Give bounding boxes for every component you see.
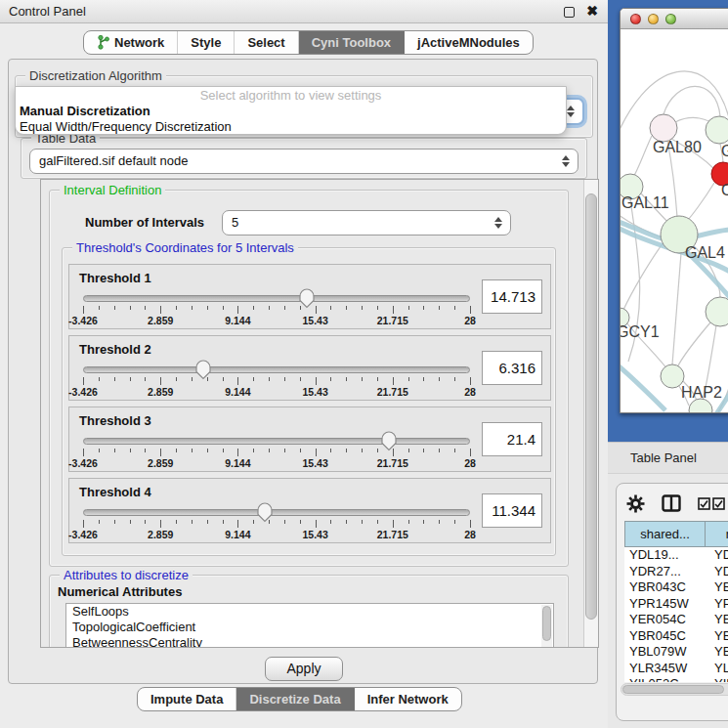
column-header-name[interactable]: na [705, 521, 728, 547]
cell-name: YBR0 [705, 579, 728, 596]
slider-tick-labels: -3.4262.8599.14415.4321.71528 [83, 386, 470, 398]
table-row[interactable]: YDL19...YDL1 [624, 547, 728, 564]
cell-shared-name: YDR27... [624, 564, 705, 580]
slider-ticks [83, 449, 470, 456]
threshold-row-2: Threshold 2-3.4262.8599.14415.4321.71528… [68, 335, 551, 401]
number-of-intervals-label: Number of Intervals [85, 215, 204, 230]
network-node[interactable] [706, 116, 728, 144]
numerical-attributes-label: Numerical Attributes [58, 584, 182, 599]
threshold-slider[interactable]: -3.4262.8599.14415.4321.71528 [83, 433, 470, 470]
table-horizontal-scrollbar[interactable] [621, 683, 728, 696]
tick-label: 2.859 [148, 386, 173, 398]
threshold-value-field[interactable]: 21.4 [482, 422, 542, 456]
settings-vertical-scrollbar[interactable] [583, 180, 598, 647]
network-icon [97, 35, 109, 50]
select-columns-icons[interactable] [698, 497, 725, 510]
tick-label: -3.426 [68, 457, 98, 469]
attribute-items: SelfLoopsTopologicalCoefficientBetweenne… [66, 604, 553, 648]
number-of-intervals-combobox[interactable]: 5 [222, 210, 511, 236]
gear-icon[interactable] [626, 494, 645, 513]
table-data-group: Table Data galFiltered.sif default node [21, 138, 587, 179]
table-row[interactable]: YPR145WYPR1 [624, 596, 728, 613]
combo-arrows-icon [567, 106, 575, 117]
control-panel: Control Panel ✖ NetworkStyleSelectCyni T… [0, 0, 608, 728]
cell-shared-name: YBR045C [624, 628, 705, 645]
table-data-value: galFiltered.sif default node [39, 153, 188, 168]
threshold-value-field[interactable]: 14.713 [482, 279, 542, 314]
network-view-window[interactable]: GAL80GACGAL11GAL4HGCY1HAP2 [620, 8, 728, 413]
apply-button[interactable]: Apply [265, 657, 343, 681]
table-row[interactable]: YLR345WYLR3 [624, 661, 728, 677]
settings-scrollbar-thumb[interactable] [585, 193, 597, 620]
tab-network[interactable]: Network [84, 31, 178, 54]
table-row[interactable]: YER054CYER0 [624, 612, 728, 628]
network-node-label: GA [721, 143, 728, 159]
split-columns-icon[interactable] [662, 494, 681, 512]
tab-jactivemnodules[interactable]: jActiveMNodules [405, 31, 533, 54]
tab-style[interactable]: Style [178, 31, 235, 54]
threshold-value-field[interactable]: 11.344 [482, 493, 542, 528]
dropdown-option-equal-width[interactable]: Equal Width/Frequency Discretization [16, 119, 566, 135]
attribute-item[interactable]: SelfLoops [66, 604, 553, 620]
application-root: Control Panel ✖ NetworkStyleSelectCyni T… [0, 0, 728, 728]
attribute-item[interactable]: BetweennessCentrality [66, 635, 553, 648]
cell-name: YBR0 [705, 628, 728, 645]
float-window-icon[interactable] [564, 7, 575, 18]
attributes-scrollbar[interactable] [541, 605, 552, 648]
threshold-row-3: Threshold 3-3.4262.8599.14415.4321.71528… [68, 407, 551, 472]
threshold-slider[interactable]: -3.4262.8599.14415.4321.71528 [83, 290, 470, 327]
interval-definition-title: Interval Definition [60, 183, 165, 197]
slider-track[interactable] [83, 295, 470, 302]
slider-track[interactable] [83, 509, 470, 516]
threshold-label: Threshold 4 [79, 485, 151, 499]
threshold-value-field[interactable]: 6.316 [482, 351, 542, 385]
table-row[interactable]: YBR045CYBR0 [624, 628, 728, 645]
tick-label: 21.715 [377, 315, 408, 326]
network-node[interactable] [689, 399, 712, 413]
threshold-coordinates-title: Threshold's Coordinates for 5 Intervals [72, 240, 298, 255]
slider-track[interactable] [83, 366, 470, 373]
attributes-scrollbar-thumb[interactable] [542, 606, 551, 641]
slider-track[interactable] [83, 438, 470, 445]
table-toolbar [626, 492, 728, 515]
dropdown-option-manual-discretization[interactable]: Manual Discretization [16, 104, 566, 119]
network-window-titlebar [621, 9, 728, 29]
minimize-traffic-light-icon[interactable] [648, 14, 659, 24]
tick-label: 15.43 [302, 529, 327, 540]
tab-infer-network[interactable]: Infer Network [355, 688, 461, 710]
threshold-slider[interactable]: -3.4262.8599.14415.4321.71528 [83, 362, 470, 399]
close-traffic-light-icon[interactable] [630, 14, 641, 24]
zoom-traffic-light-icon[interactable] [665, 14, 676, 24]
cyni-toolbox-content: Discretization Algorithm Select algorith… [8, 59, 598, 684]
table-row[interactable]: YBR043CYBR0 [624, 579, 728, 596]
column-header-shared-name[interactable]: shared... [624, 521, 705, 547]
threshold-slider[interactable]: -3.4262.8599.14415.4321.71528 [83, 504, 470, 541]
table-hscrollbar-thumb[interactable] [622, 685, 724, 694]
table-row[interactable]: YDR27...YDR2 [624, 564, 728, 580]
network-node[interactable] [706, 297, 728, 326]
tab-cyni-toolbox[interactable]: Cyni Toolbox [299, 31, 405, 54]
network-graph-canvas[interactable]: GAL80GACGAL11GAL4HGCY1HAP2 [621, 29, 728, 413]
settings-scroll-panel: Interval Definition Number of Intervals … [40, 179, 599, 648]
checkbox-icon [712, 497, 725, 510]
table-row[interactable]: YBL079WYBL0 [624, 644, 728, 661]
dropdown-hint: Select algorithm to view settings [16, 87, 566, 104]
tick-label: 15.43 [302, 315, 327, 326]
attribute-item[interactable]: TopologicalCoefficient [66, 620, 553, 635]
tab-impute-data[interactable]: Impute Data [138, 688, 236, 710]
network-node-label: GAL4 [685, 244, 725, 261]
table-row[interactable]: YIL052CYIL0 [624, 676, 728, 682]
table-data-combobox[interactable]: galFiltered.sif default node [29, 149, 578, 174]
node-table: shared... na YDL19...YDL1YDR27...YDR2YBR… [624, 521, 728, 682]
tab-label: Network [114, 35, 164, 50]
cell-name: YIL0 [705, 676, 728, 682]
close-icon[interactable]: ✖ [586, 3, 598, 19]
network-node[interactable] [650, 114, 677, 142]
network-node-label: C [721, 182, 728, 198]
cell-shared-name: YER054C [624, 612, 705, 628]
tab-discretize-data[interactable]: Discretize Data [236, 688, 354, 710]
tick-label: -3.426 [68, 386, 98, 398]
tab-select[interactable]: Select [235, 31, 298, 54]
numerical-attributes-list[interactable]: SelfLoopsTopologicalCoefficientBetweenne… [65, 603, 554, 648]
tab-label: Select [247, 35, 284, 50]
